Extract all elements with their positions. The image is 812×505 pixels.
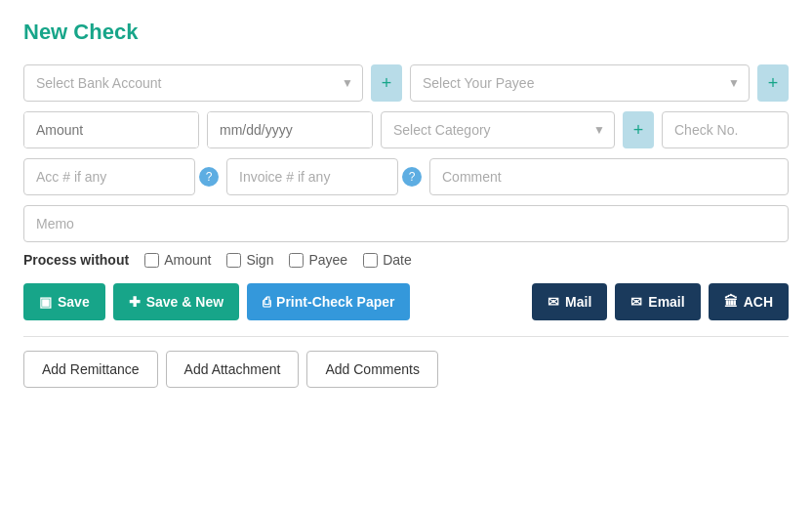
bank-payee-row: Select Bank Account ▼ + Select Your Paye…	[23, 64, 789, 102]
acc-input[interactable]	[23, 158, 195, 195]
add-bank-account-button[interactable]: +	[371, 64, 402, 102]
add-remittance-button[interactable]: Add Remittance	[23, 351, 158, 388]
ach-icon: 🏛	[724, 294, 738, 310]
process-amount-text: Amount	[164, 252, 211, 268]
process-without-row: Process without Amount Sign Payee Date	[23, 252, 789, 268]
mail-label: Mail	[565, 294, 591, 310]
acc-invoice-comment-row: ? ?	[23, 158, 789, 195]
process-without-label: Process without	[23, 252, 129, 268]
memo-row	[23, 205, 789, 242]
amount-date-category-row: ⊞ 📅 Select Category ▼ +	[23, 111, 789, 148]
category-wrap: Select Category ▼	[381, 111, 615, 148]
add-payee-button[interactable]: +	[757, 64, 789, 102]
bottom-add-buttons-row: Add Remittance Add Attachment Add Commen…	[23, 351, 789, 388]
save-new-button[interactable]: ✚ Save & New	[113, 283, 239, 320]
memo-input[interactable]	[23, 205, 789, 242]
amount-group: ⊞	[23, 111, 199, 148]
save-label: Save	[58, 294, 90, 310]
email-icon: ✉	[630, 294, 642, 310]
process-sign-checkbox[interactable]	[226, 253, 241, 268]
email-button[interactable]: ✉ Email	[615, 283, 700, 320]
save-button[interactable]: ▣ Save	[23, 283, 105, 320]
process-payee-label[interactable]: Payee	[289, 252, 347, 268]
date-input[interactable]	[208, 112, 373, 147]
process-sign-text: Sign	[246, 252, 273, 268]
check-no-input[interactable]	[662, 111, 789, 148]
invoice-field-wrap: ?	[226, 158, 422, 195]
process-amount-label[interactable]: Amount	[144, 252, 211, 268]
acc-field-wrap: ?	[23, 158, 219, 195]
invoice-input[interactable]	[226, 158, 398, 195]
bank-account-select[interactable]: Select Bank Account	[23, 64, 363, 102]
process-sign-label[interactable]: Sign	[226, 252, 273, 268]
page-title: New Check	[23, 20, 789, 45]
right-action-buttons: ✉ Mail ✉ Email 🏛 ACH	[532, 283, 789, 320]
process-amount-checkbox[interactable]	[144, 253, 159, 268]
process-date-text: Date	[383, 252, 412, 268]
payee-select[interactable]: Select Your Payee	[410, 64, 750, 102]
print-icon: ⎙	[263, 294, 270, 310]
process-date-checkbox[interactable]	[363, 253, 378, 268]
amount-input[interactable]	[24, 112, 199, 147]
save-new-icon: ✚	[129, 294, 141, 310]
process-date-label[interactable]: Date	[363, 252, 412, 268]
process-payee-checkbox[interactable]	[289, 253, 304, 268]
section-divider	[23, 336, 789, 337]
add-comments-button[interactable]: Add Comments	[306, 351, 437, 388]
add-category-button[interactable]: +	[623, 111, 654, 148]
invoice-help-button[interactable]: ?	[402, 167, 422, 187]
print-check-button[interactable]: ⎙ Print-Check Paper	[247, 283, 410, 320]
email-label: Email	[648, 294, 684, 310]
category-select[interactable]: Select Category	[381, 111, 615, 148]
ach-label: ACH	[744, 294, 773, 310]
mail-button[interactable]: ✉ Mail	[532, 283, 607, 320]
ach-button[interactable]: 🏛 ACH	[709, 283, 789, 320]
save-icon: ▣	[39, 294, 52, 310]
print-label: Print-Check Paper	[276, 294, 394, 310]
action-buttons-row: ▣ Save ✚ Save & New ⎙ Print-Check Paper …	[23, 283, 789, 320]
save-new-label: Save & New	[146, 294, 223, 310]
comment-input[interactable]	[429, 158, 789, 195]
date-group: 📅	[207, 111, 373, 148]
add-attachment-button[interactable]: Add Attachment	[166, 351, 300, 388]
acc-help-button[interactable]: ?	[199, 167, 219, 187]
mail-icon: ✉	[548, 294, 559, 310]
process-payee-text: Payee	[308, 252, 347, 268]
